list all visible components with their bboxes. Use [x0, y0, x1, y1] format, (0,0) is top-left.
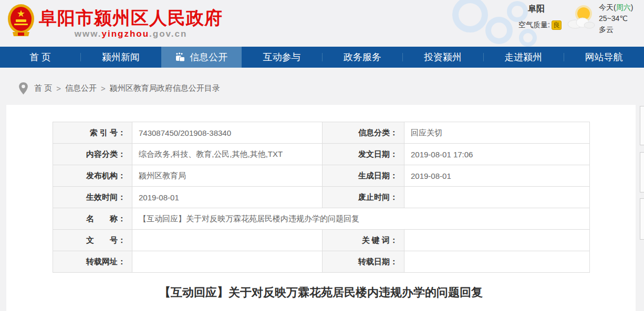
air-quality: 空气质量:良: [518, 20, 562, 30]
site-title: 阜阳市颍州区人民政府: [39, 6, 223, 30]
field-label: 索 引 号：: [53, 122, 132, 144]
site-url: www.yingzhou.gov.cn: [39, 29, 223, 39]
table-row: 发布机构： 颍州区教育局 生成日期： 2019-08-01: [53, 165, 590, 187]
field-value: [404, 230, 590, 251]
field-value: [404, 187, 590, 208]
field-label: 发文日期：: [323, 144, 404, 165]
breadcrumb-home[interactable]: 首 页: [34, 83, 52, 93]
field-label: 废止时间：: [323, 187, 404, 208]
nav-item-about[interactable]: 走进颍州: [483, 47, 564, 68]
air-quality-badge: 良: [552, 20, 562, 30]
field-value: 2019-08-01: [404, 165, 590, 187]
breadcrumb-current: 颍州区教育局政府信息公开目录: [110, 83, 220, 93]
field-label: 文 号：: [53, 230, 132, 251]
field-label: 生效时间：: [53, 187, 132, 208]
field-value: 2019-08-01 17:06: [404, 144, 590, 165]
field-value: 颍州区教育局: [132, 165, 323, 187]
field-label: 生成日期：: [323, 165, 404, 187]
weather-condition: 多云: [599, 25, 614, 35]
breadcrumb-info-disclosure[interactable]: 信息公开: [65, 83, 97, 93]
weather-temperature: 25~34℃: [599, 14, 628, 23]
field-label: 转载网址：: [53, 251, 132, 273]
field-label: 关 键 词：: [323, 230, 404, 251]
field-value: 743087450/201908-38340: [132, 122, 323, 144]
field-value: 回应关切: [404, 122, 590, 144]
nav-item-info-disclosure[interactable]: 信息公开: [161, 47, 242, 68]
table-row: 转载网址： 转载日期：: [53, 251, 590, 273]
nav-item-news[interactable]: 颍州新闻: [80, 47, 161, 68]
nav-item-interaction[interactable]: 互动参与: [242, 47, 322, 68]
field-label: 内容分类：: [53, 144, 132, 165]
field-label: 转载日期：: [323, 251, 404, 273]
nav-item-services[interactable]: 政务服务: [322, 47, 402, 68]
field-value: [132, 251, 323, 273]
table-row: 名 称： 【互动回应】关于对反映万霖花苑居民楼内违规办学的问题回复: [53, 208, 590, 230]
article-title: 【互动回应】关于对反映万霖花苑居民楼内违规办学的问题回复: [6, 285, 636, 301]
breadcrumb: 首 页 > 信息公开 > 颍州区教育局政府信息公开目录: [19, 82, 220, 94]
sun-cloud-weather-icon: [565, 4, 596, 31]
site-header: 阜阳市颍州区人民政府 www.yingzhou.gov.cn 阜阳 空气质量:良…: [0, 0, 644, 47]
location-pin-icon: [19, 82, 28, 94]
weather-day: 今天(周六): [599, 3, 633, 13]
field-value: [132, 230, 323, 251]
breadcrumb-separator: >: [56, 84, 61, 93]
weather-city: 阜阳: [528, 4, 545, 15]
table-row: 生效时间： 2019-08-01 废止时间：: [53, 187, 590, 208]
table-row: 文 号： 关 键 词：: [53, 230, 590, 251]
floating-widget-sliver[interactable]: [640, 106, 644, 145]
breadcrumb-separator: >: [101, 84, 106, 93]
field-label: 发布机构：: [53, 165, 132, 187]
site-logo-link[interactable]: 阜阳市颍州区人民政府 www.yingzhou.gov.cn: [7, 4, 228, 45]
field-value: [404, 251, 590, 273]
main-nav: 首 页 颍州新闻 信息公开 互动参与 政务服务 投资颍州 走进颍州 网站导航: [0, 47, 644, 68]
field-label: 信息分类：: [323, 122, 404, 144]
field-label: 名 称：: [53, 208, 132, 230]
table-row: 索 引 号： 743087450/201908-38340 信息分类： 回应关切: [53, 122, 590, 144]
national-emblem-icon: [7, 4, 35, 38]
nav-item-invest[interactable]: 投资颍州: [402, 47, 483, 68]
info-disclosure-table: 索 引 号： 743087450/201908-38340 信息分类： 回应关切…: [53, 122, 590, 273]
info-disclosure-icon: [175, 52, 185, 62]
table-row: 内容分类： 综合政务,科技、教育,公民,其他,其他,TXT 发文日期： 2019…: [53, 144, 590, 165]
nav-item-sitemap[interactable]: 网站导航: [564, 47, 644, 68]
floating-widget-sliver[interactable]: [640, 152, 644, 192]
content-card: 索 引 号： 743087450/201908-38340 信息分类： 回应关切…: [6, 105, 636, 311]
floating-widget-sliver[interactable]: [640, 198, 644, 240]
nav-item-home[interactable]: 首 页: [0, 47, 80, 68]
field-value: 综合政务,科技、教育,公民,其他,其他,TXT: [132, 144, 323, 165]
field-value: 2019-08-01: [132, 187, 323, 208]
field-value: 【互动回应】关于对反映万霖花苑居民楼内违规办学的问题回复: [132, 208, 590, 230]
